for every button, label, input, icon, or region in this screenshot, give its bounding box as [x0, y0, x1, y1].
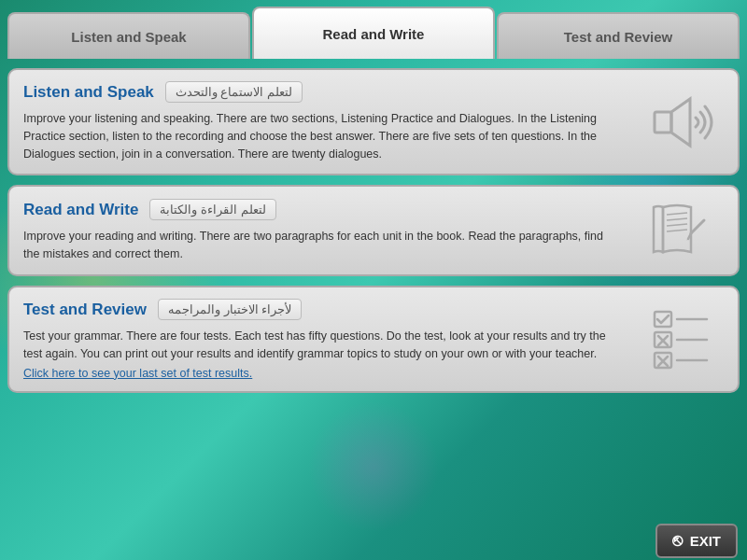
tab-listen-speak-label: Listen and Speak	[71, 29, 186, 45]
svg-line-4	[667, 224, 687, 226]
listen-speak-text-area: Listen and Speak لتعلم الاستماع والتحدث …	[23, 81, 640, 162]
read-write-title: Read and Write	[23, 201, 138, 219]
test-review-text-area: Test and Review لأجراء الاختبار والمراجم…	[23, 299, 640, 380]
svg-rect-0	[655, 112, 671, 133]
tab-read-write[interactable]: Read and Write	[252, 7, 495, 59]
svg-line-6	[691, 220, 704, 233]
exit-button[interactable]: ⎋ EXIT	[655, 524, 738, 558]
listen-speak-header: Listen and Speak لتعلم الاستماع والتحدث	[23, 81, 621, 103]
test-results-link[interactable]: Click here to see your last set of test …	[23, 367, 621, 380]
footer: ⎋ EXIT	[0, 521, 747, 560]
tab-test-review-label: Test and Review	[564, 29, 672, 45]
svg-line-3	[667, 218, 687, 220]
test-review-icon-area	[640, 304, 724, 374]
read-write-arabic-badge: لتعلم القراءة والكتابة	[149, 199, 275, 220]
read-write-header: Read and Write لتعلم القراءة والكتابة	[23, 199, 621, 220]
test-review-header: Test and Review لأجراء الاختبار والمراجم…	[23, 299, 621, 320]
svg-marker-1	[671, 99, 690, 146]
svg-line-5	[667, 230, 687, 231]
checklist-icon	[649, 304, 714, 374]
read-write-icon-area	[640, 198, 724, 263]
read-write-card: Read and Write لتعلم القراءة والكتابة Im…	[7, 185, 740, 276]
listen-speak-icon-area	[640, 91, 724, 152]
listen-speak-card: Listen and Speak لتعلم الاستماع والتحدث …	[7, 68, 740, 175]
content-area: Listen and Speak لتعلم الاستماع والتحدث …	[7, 59, 740, 402]
read-write-text-area: Read and Write لتعلم القراءة والكتابة Im…	[23, 199, 640, 263]
test-review-title: Test and Review	[23, 301, 147, 319]
test-review-arabic-badge: لأجراء الاختبار والمراجمه	[158, 299, 302, 320]
exit-arrow-icon: ⎋	[672, 531, 683, 551]
book-icon	[644, 198, 719, 263]
test-review-card: Test and Review لأجراء الاختبار والمراجم…	[7, 286, 740, 393]
test-review-description: Test your grammar. There are four tests.…	[23, 328, 621, 363]
exit-label: EXIT	[690, 533, 721, 549]
listen-speak-arabic-badge: لتعلم الاستماع والتحدث	[165, 81, 303, 103]
listen-speak-description: Improve your listening and speaking. The…	[23, 110, 621, 162]
listen-speak-title: Listen and Speak	[23, 83, 154, 102]
tabs-bar: Listen and Speak Read and Write Test and…	[0, 0, 747, 59]
tab-listen-speak[interactable]: Listen and Speak	[7, 12, 250, 59]
read-write-description: Improve your reading and writing. There …	[23, 228, 621, 263]
tab-read-write-label: Read and Write	[323, 26, 425, 42]
speaker-icon	[647, 91, 717, 152]
tab-test-review[interactable]: Test and Review	[497, 12, 740, 59]
svg-line-2	[667, 213, 687, 215]
